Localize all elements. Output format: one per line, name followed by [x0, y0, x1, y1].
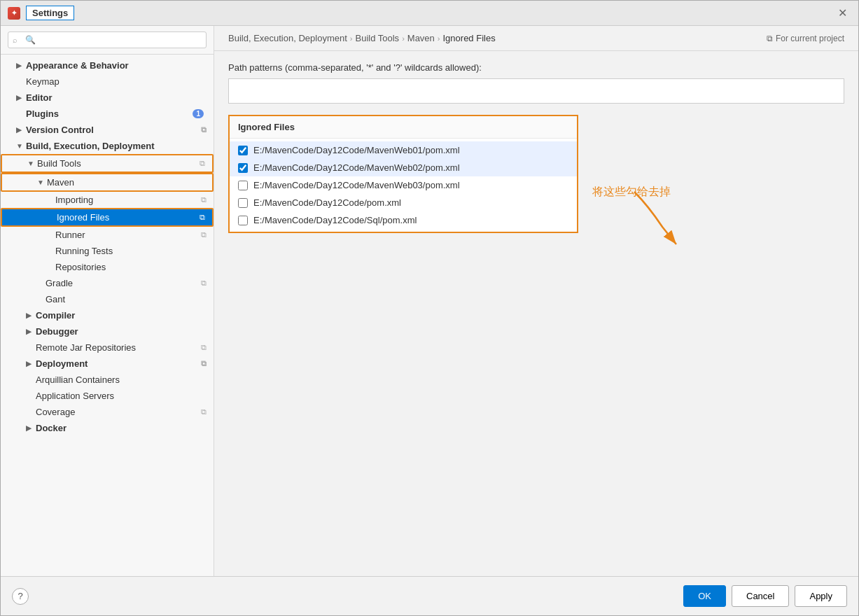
sidebar-item-keymap[interactable]: Keymap	[1, 74, 214, 90]
file-checkbox-1[interactable]	[238, 146, 248, 155]
file-row-3: E:/MavenCode/Day12Code/MavenWeb03/pom.xm…	[230, 176, 577, 194]
sidebar-item-repositories[interactable]: Repositories	[1, 259, 214, 275]
annotation-text: 将这些勾给去掉	[592, 185, 671, 200]
search-icon: ⌕	[13, 36, 18, 44]
sidebar-item-label: Gant	[46, 294, 207, 304]
sidebar-item-build-exec[interactable]: ▼ Build, Execution, Deployment	[1, 138, 214, 154]
cancel-button[interactable]: Cancel	[732, 585, 789, 607]
breadcrumb-item-4: Ignored Files	[443, 33, 496, 43]
sidebar-item-gant[interactable]: Gant	[1, 291, 214, 307]
sidebar-item-label: Runner	[55, 230, 198, 240]
file-row-2: E:/MavenCode/Day12Code/MavenWeb02/pom.xm…	[230, 159, 577, 176]
sidebar-item-arquillian[interactable]: Arquillian Containers	[1, 372, 214, 388]
sidebar-item-label: Remote Jar Repositories	[36, 342, 198, 353]
sidebar-item-label: Debugger	[36, 326, 207, 337]
sidebar-item-docker[interactable]: ▶ Docker	[1, 420, 214, 436]
file-checkbox-2[interactable]	[238, 163, 248, 173]
arrow-icon: ▶	[26, 328, 34, 335]
sidebar-item-label: Version Control	[26, 125, 198, 135]
sidebar-item-label: Compiler	[36, 310, 207, 321]
copy-icon: ⧉	[201, 343, 207, 352]
ignored-files-header: Ignored Files	[230, 116, 577, 139]
content-area: Path patterns (comma-separated, '*' and …	[214, 51, 858, 576]
arrow-icon: ▼	[27, 160, 36, 167]
sidebar-item-version-control[interactable]: ▶ Version Control ⧉	[1, 122, 214, 138]
sidebar-item-compiler[interactable]: ▶ Compiler	[1, 307, 214, 323]
sidebar-item-appearance[interactable]: ▶ Appearance & Behavior	[1, 57, 214, 74]
help-button[interactable]: ?	[12, 588, 29, 605]
sidebar-item-runner[interactable]: Runner ⧉	[1, 227, 214, 243]
breadcrumb: Build, Execution, Deployment › Build Too…	[228, 33, 496, 43]
sidebar-item-ignored-files[interactable]: Ignored Files ⧉	[1, 208, 214, 227]
copy-icon: ⧉	[201, 359, 207, 368]
sidebar-item-debugger[interactable]: ▶ Debugger	[1, 323, 214, 340]
sidebar-item-maven[interactable]: ▼ Maven	[1, 173, 214, 192]
search-input[interactable]	[8, 31, 207, 48]
title-bar: ✦ Settings ✕	[1, 1, 858, 26]
sidebar-item-remote-jar[interactable]: Remote Jar Repositories ⧉	[1, 340, 214, 356]
file-path-3: E:/MavenCode/Day12Code/MavenWeb03/pom.xm…	[253, 180, 460, 190]
sidebar-item-running-tests[interactable]: Running Tests	[1, 243, 214, 259]
footer-left: ?	[12, 588, 29, 605]
file-checkbox-4[interactable]	[238, 198, 248, 208]
plugins-badge: 1	[193, 109, 204, 118]
sidebar-item-label: Maven	[47, 177, 205, 188]
sidebar-item-label: Docker	[36, 423, 207, 433]
for-project-label: ⧉ For current project	[767, 34, 844, 43]
title-bar-left: ✦ Settings	[8, 6, 74, 20]
arrow-icon: ▼	[16, 142, 25, 150]
copy-icon: ⧉	[201, 230, 207, 239]
breadcrumb-item-1: Build, Execution, Deployment	[228, 33, 347, 43]
sidebar: ⌕ ▶ Appearance & Behavior Keymap ▶	[1, 26, 214, 576]
copy-icon: ⧉	[200, 213, 205, 222]
sidebar-item-label: Application Servers	[36, 391, 207, 401]
breadcrumb-sep: ›	[402, 34, 405, 43]
ok-button[interactable]: OK	[683, 585, 726, 607]
arrow-icon: ▶	[26, 312, 34, 319]
sidebar-item-label: Plugins	[26, 108, 193, 119]
path-patterns-label: Path patterns (comma-separated, '*' and …	[228, 62, 844, 73]
file-row-1: E:/MavenCode/Day12Code/MavenWeb01/pom.xm…	[230, 141, 577, 159]
copy-icon: ⧉	[201, 125, 207, 134]
file-checkbox-5[interactable]	[238, 216, 248, 225]
footer-right: OK Cancel Apply	[683, 585, 847, 607]
dialog-title: Settings	[26, 6, 74, 20]
sidebar-item-plugins[interactable]: Plugins 1	[1, 106, 214, 122]
file-path-5: E:/MavenCode/Day12Code/Sql/pom.xml	[253, 215, 417, 225]
sidebar-item-deployment[interactable]: ▶ Deployment ⧉	[1, 356, 214, 372]
path-patterns-input[interactable]	[228, 78, 844, 104]
file-checkbox-3[interactable]	[238, 181, 248, 190]
sidebar-item-label: Gradle	[46, 278, 198, 288]
sidebar-item-label: Build, Execution, Deployment	[26, 141, 207, 151]
file-path-4: E:/MavenCode/Day12Code/pom.xml	[253, 197, 401, 208]
sidebar-item-label: Importing	[55, 195, 198, 205]
sidebar-item-importing[interactable]: Importing ⧉	[1, 192, 214, 208]
sidebar-item-label: Coverage	[36, 407, 198, 417]
apply-button[interactable]: Apply	[795, 585, 847, 607]
sidebar-item-build-tools[interactable]: ▼ Build Tools ⧉	[1, 154, 214, 173]
sidebar-item-app-servers[interactable]: Application Servers	[1, 388, 214, 404]
nav-tree: ▶ Appearance & Behavior Keymap ▶ Editor …	[1, 55, 214, 576]
sidebar-item-label: Build Tools	[37, 158, 197, 169]
sidebar-item-label: Editor	[26, 92, 207, 103]
file-row-5: E:/MavenCode/Day12Code/Sql/pom.xml	[230, 211, 577, 229]
copy-icon: ⧉	[201, 407, 207, 416]
sidebar-item-coverage[interactable]: Coverage ⧉	[1, 404, 214, 420]
dialog-footer: ? OK Cancel Apply	[1, 576, 858, 615]
breadcrumb-item-2: Build Tools	[355, 33, 399, 43]
main-content: Build, Execution, Deployment › Build Too…	[214, 26, 858, 576]
sidebar-item-label: Deployment	[36, 358, 198, 369]
arrow-icon: ▶	[16, 62, 25, 69]
sidebar-item-label: Keymap	[26, 76, 207, 87]
arrow-icon: ▶	[26, 360, 34, 368]
copy-icon: ⧉	[201, 279, 207, 288]
breadcrumb-sep: ›	[438, 34, 440, 43]
sidebar-item-editor[interactable]: ▶ Editor	[1, 90, 214, 106]
close-button[interactable]: ✕	[834, 5, 851, 21]
ignored-files-panel: Ignored Files E:/MavenCode/Day12Code/Mav…	[228, 115, 578, 233]
annotation-container: 将这些勾给去掉	[592, 185, 704, 257]
arrow-icon: ▶	[16, 94, 25, 102]
sidebar-item-gradle[interactable]: Gradle ⧉	[1, 275, 214, 291]
arrow-icon: ▶	[16, 126, 25, 134]
file-list: E:/MavenCode/Day12Code/MavenWeb01/pom.xm…	[230, 139, 577, 232]
